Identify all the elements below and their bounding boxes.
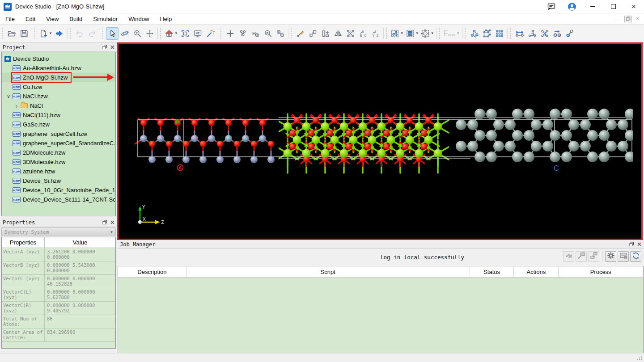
reset-view-button[interactable]: ▼ bbox=[164, 27, 179, 40]
job-column-header-description[interactable]: Description bbox=[118, 266, 186, 277]
mirror-button[interactable] bbox=[332, 27, 344, 40]
maximize-button[interactable] bbox=[603, 0, 623, 13]
toolbar-grip[interactable] bbox=[102, 28, 104, 39]
tree-item[interactable]: Device Studio bbox=[2, 54, 115, 63]
job-submit-button[interactable] bbox=[563, 251, 574, 262]
expander-open-icon[interactable]: ∨ bbox=[4, 93, 13, 99]
build-supercell-button[interactable] bbox=[493, 27, 506, 40]
menu-file[interactable]: File bbox=[0, 13, 20, 25]
minimize-button[interactable] bbox=[582, 0, 603, 13]
translate-button[interactable] bbox=[319, 27, 332, 40]
find-atom-button[interactable] bbox=[262, 27, 274, 40]
menu-build[interactable]: Build bbox=[64, 13, 88, 25]
job-table-body[interactable] bbox=[118, 278, 643, 353]
job-queue-button[interactable] bbox=[618, 251, 629, 262]
close-panel-icon[interactable] bbox=[110, 220, 115, 225]
toolbar-grip[interactable] bbox=[439, 28, 441, 39]
mdi-close-button[interactable]: × bbox=[634, 16, 641, 22]
edit-bond-button[interactable] bbox=[294, 27, 307, 40]
import-button[interactable] bbox=[53, 27, 66, 40]
tree-item[interactable]: HZW3DMolecule.hzw bbox=[2, 157, 115, 167]
tree-item[interactable]: HZWDevice_10_0Gr_Nanotube_Rede_1.... bbox=[2, 185, 115, 195]
float-panel-icon[interactable] bbox=[102, 220, 107, 225]
resize-button[interactable] bbox=[307, 27, 319, 40]
toolbar-grip[interactable] bbox=[34, 28, 36, 39]
menu-help[interactable]: Help bbox=[154, 13, 177, 25]
swap-axes-button[interactable]: XY–Z bbox=[369, 27, 382, 40]
tree-item[interactable]: HZWgraphene_superCell.hzw bbox=[2, 129, 115, 139]
tree-item[interactable]: HZW2DMolecule.hzw bbox=[2, 148, 115, 157]
bond-length-button[interactable] bbox=[564, 27, 576, 40]
force-field-button[interactable]: Force▼ bbox=[443, 27, 461, 40]
toolbar-grip[interactable] bbox=[510, 28, 512, 39]
measure-distance-button[interactable] bbox=[513, 27, 526, 40]
build-crystal-button[interactable] bbox=[481, 27, 493, 40]
close-panel-icon[interactable] bbox=[637, 242, 642, 247]
menu-window[interactable]: Window bbox=[123, 13, 154, 25]
select-region-button[interactable]: ▼ bbox=[420, 27, 435, 40]
add-fragment-button[interactable] bbox=[237, 27, 249, 40]
fit-view-button[interactable] bbox=[179, 27, 191, 40]
redo-button[interactable] bbox=[86, 27, 98, 40]
tree-item[interactable]: ∨HZWNaCl.hzw bbox=[2, 92, 115, 101]
tree-item[interactable]: HZWAu-Alkanethiol-Au.hzw bbox=[2, 63, 115, 73]
structure-viewport[interactable]: BACYZX bbox=[117, 42, 643, 240]
close-panel-icon[interactable] bbox=[110, 45, 115, 50]
toolbar-grip[interactable] bbox=[291, 28, 292, 39]
job-remote-button[interactable] bbox=[576, 251, 587, 262]
job-column-header-actions[interactable]: Actions bbox=[514, 266, 559, 277]
rename-atoms-button[interactable]: AB–C bbox=[357, 27, 369, 40]
display-style-button[interactable] bbox=[191, 27, 204, 40]
resize-grip[interactable] bbox=[637, 355, 642, 360]
tree-item[interactable]: ›NaCl bbox=[2, 101, 115, 110]
symmetry-system-dropdown[interactable]: Symmetry System ▼ bbox=[1, 227, 116, 236]
tree-item-selected[interactable]: HZWZnO-MgO-Si.hzw bbox=[2, 73, 115, 82]
scale-button[interactable] bbox=[344, 27, 357, 40]
job-transfer-button[interactable] bbox=[588, 251, 599, 262]
label-atoms-button[interactable]: AB bbox=[274, 27, 287, 40]
menu-edit[interactable]: Edit bbox=[20, 13, 41, 25]
toolbar-grip[interactable] bbox=[465, 28, 466, 39]
account-button[interactable] bbox=[562, 0, 582, 13]
undo-button[interactable] bbox=[73, 27, 86, 40]
toolbar-grip[interactable] bbox=[386, 28, 388, 39]
menu-simulator[interactable]: Simulator bbox=[88, 13, 123, 25]
toolbar-grip[interactable] bbox=[2, 28, 4, 39]
tree-item[interactable]: HZWNaCl(111).hzw bbox=[2, 110, 115, 120]
tree-item[interactable]: HZWCu.hzw bbox=[2, 82, 115, 92]
mdi-restore-button[interactable] bbox=[624, 16, 632, 22]
job-refresh-button[interactable] bbox=[630, 251, 641, 262]
tree-item[interactable]: HZWDevice_Si.hzw bbox=[2, 176, 115, 185]
open-button[interactable] bbox=[5, 27, 18, 40]
rotate-tool-button[interactable] bbox=[119, 27, 131, 40]
measure-dihedral-button[interactable] bbox=[538, 27, 551, 40]
toolbar-grip[interactable] bbox=[160, 28, 162, 39]
job-settings-button[interactable] bbox=[605, 251, 616, 262]
tree-item[interactable]: HZWgraphene_superCell_StandardizeC... bbox=[2, 139, 115, 148]
expander-closed-icon[interactable]: › bbox=[13, 102, 21, 109]
save-button[interactable] bbox=[18, 27, 30, 40]
feedback-button[interactable] bbox=[541, 0, 562, 13]
float-panel-icon[interactable] bbox=[102, 45, 107, 50]
job-column-header-status[interactable]: Status bbox=[470, 266, 514, 277]
tree-item[interactable]: HZWDevice_Device_Sc111-14_7CNT-Sc... bbox=[2, 195, 115, 204]
pan-tool-button[interactable] bbox=[144, 27, 156, 40]
job-column-header-process[interactable]: Process bbox=[559, 266, 643, 277]
add-atom-button[interactable] bbox=[224, 27, 237, 40]
align-button[interactable]: ▼ bbox=[405, 27, 420, 40]
zoom-tool-button[interactable] bbox=[131, 27, 144, 40]
select-molecule-button[interactable]: ▼ bbox=[390, 27, 405, 40]
menu-view[interactable]: View bbox=[41, 13, 64, 25]
job-column-header-script[interactable]: Script bbox=[186, 266, 470, 277]
measure-angle-button[interactable] bbox=[526, 27, 538, 40]
vector-ab-button[interactable]: AB bbox=[551, 27, 564, 40]
tree-item[interactable]: HZWGaSe.hzw bbox=[2, 120, 115, 129]
build-cluster-button[interactable] bbox=[468, 27, 481, 40]
toolbar-grip[interactable] bbox=[70, 28, 72, 39]
auto-build-button[interactable] bbox=[204, 27, 216, 40]
tree-item[interactable]: HZWazulene.hzw bbox=[2, 167, 115, 176]
float-panel-icon[interactable] bbox=[629, 242, 634, 247]
add-hydrogen-button[interactable]: H bbox=[249, 27, 262, 40]
toolbar-grip[interactable] bbox=[220, 28, 222, 39]
close-button[interactable]: × bbox=[623, 0, 644, 13]
